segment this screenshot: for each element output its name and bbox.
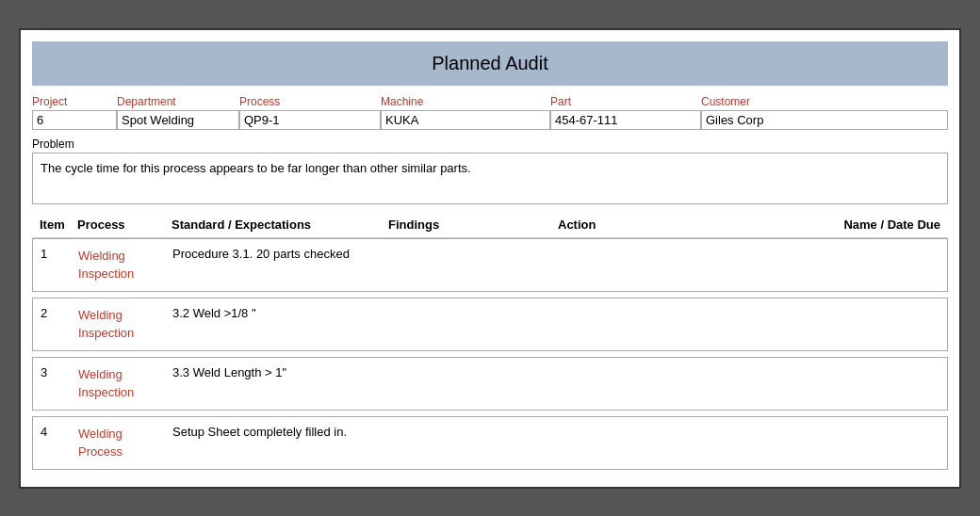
row-standard: 3.3 Weld Length > 1" [172,365,389,379]
meta-label-project: Project [32,95,117,108]
row-standard: Setup Sheet completely filled in. [172,425,389,439]
row-item: 1 [41,247,78,261]
meta-label-department: Department [117,95,239,108]
row-standard: Procedure 3.1. 20 parts checked [172,247,389,261]
meta-value-project: 6 [32,110,117,130]
header-item: Item [40,218,77,232]
header-action: Action [558,218,727,232]
table-row: 2 WeldingInspection 3.2 Weld >1/8 " [32,298,948,351]
table-rows-container: 1 WieldingInspection Procedure 3.1. 20 p… [32,238,948,470]
table-row: 1 WieldingInspection Procedure 3.1. 20 p… [32,238,948,292]
row-item: 3 [41,365,78,379]
meta-label-process: Process [239,95,381,108]
header-process: Process [77,218,172,232]
table-header: Item Process Standard / Expectations Fin… [32,212,948,238]
meta-value-customer: Giles Corp [701,110,948,130]
problem-label: Problem [32,137,948,151]
row-item: 2 [41,306,78,320]
meta-values: 6 Spot Welding QP9-1 KUKA 454-67-111 Gil… [32,110,948,130]
header-findings: Findings [388,218,558,232]
row-process: WeldingProcess [78,425,172,461]
table-row: 3 WeldingInspection 3.3 Weld Length > 1" [32,357,948,411]
row-standard: 3.2 Weld >1/8 " [172,306,389,320]
meta-value-machine: KUKA [381,110,550,130]
row-item: 4 [41,425,78,439]
page-title: Planned Audit [32,41,948,86]
meta-label-customer: Customer [701,95,824,108]
table-row: 4 WeldingProcess Setup Sheet completely … [32,416,948,470]
meta-section: Project Department Process Machine Part … [32,95,948,130]
problem-text: The cycle time for this process appears … [32,153,948,204]
meta-value-process: QP9-1 [239,110,381,130]
header-standard: Standard / Expectations [172,218,388,232]
problem-section: Problem The cycle time for this process … [32,137,948,204]
row-process: WeldingInspection [78,365,172,402]
header-namedue: Name / Date Due [727,218,940,232]
meta-value-part: 454-67-111 [550,110,701,130]
meta-label-machine: Machine [381,95,550,108]
row-process: WieldingInspection [78,247,172,283]
page-wrapper: Planned Audit Project Department Process… [19,28,961,489]
meta-labels: Project Department Process Machine Part … [32,95,948,108]
meta-label-part: Part [550,95,701,108]
row-process: WeldingInspection [78,306,172,343]
meta-value-department: Spot Welding [117,110,239,130]
